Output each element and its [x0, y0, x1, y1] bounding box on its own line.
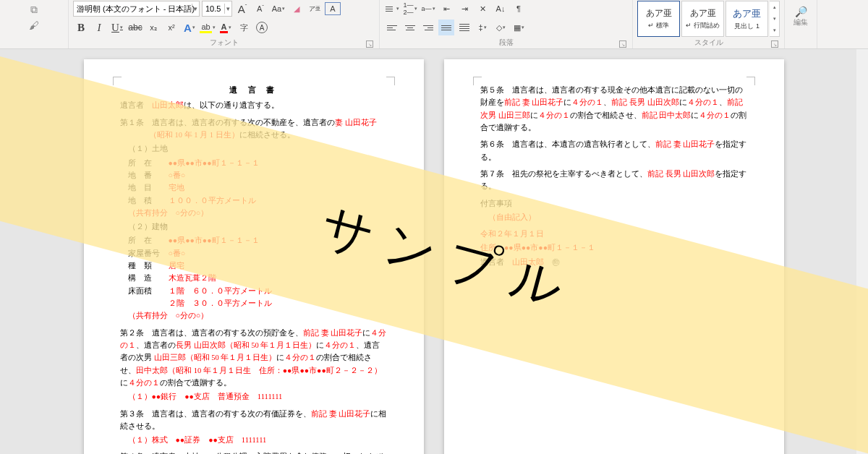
format-painter-icon[interactable]: 🖌 — [27, 19, 41, 32]
change-case-button[interactable]: Aa▾ — [271, 1, 286, 17]
subscript-button[interactable]: x₂ — [145, 20, 161, 35]
bold-button[interactable]: B — [73, 20, 89, 35]
chevron-down-icon: ▾ — [224, 4, 230, 14]
show-marks-button[interactable]: ¶ — [511, 1, 527, 17]
page-1[interactable]: 遺 言 書 遺言者 山田太郎は、以下の通り遺言する。 第１条 遺言者は、遺言者の… — [84, 59, 424, 454]
shading-button[interactable]: ◇▾ — [493, 20, 509, 35]
font-name-combo[interactable]: 游明朝 (本文のフォント - 日本語) ▾ — [73, 1, 200, 17]
margin-mark-icon — [113, 77, 122, 85]
shrink-font-button[interactable]: Aˇ — [252, 1, 268, 17]
margin-mark-icon — [473, 77, 482, 85]
editing-group-label: 編集 — [789, 17, 812, 28]
character-shading-button[interactable]: 字 — [236, 20, 252, 35]
page-2[interactable]: 第５条 遺言者は、遺言者の有する現金その他本遺言に記載のない一切の財産を前記 妻… — [444, 59, 784, 454]
text-direction-button[interactable]: ✕ — [475, 1, 490, 17]
chevron-down-icon: ▾ — [192, 4, 197, 14]
borders-button[interactable]: ▦▾ — [511, 20, 527, 35]
decrease-indent-button[interactable]: ⇤ — [438, 1, 454, 17]
word-window: ⧉ 🖌 游明朝 (本文のフォント - 日本語) ▾ 10.5 ▾ Aˆ Aˇ A… — [0, 0, 868, 454]
distribute-button[interactable] — [456, 20, 472, 35]
styles-dialog-launcher[interactable]: ↘ — [771, 40, 778, 48]
highlight-color-button[interactable]: ab▾ — [200, 20, 216, 35]
font-size-value: 10.5 — [205, 4, 221, 13]
paragraph-dialog-launcher[interactable]: ↘ — [619, 40, 626, 48]
find-icon[interactable]: 🔎 — [789, 6, 812, 17]
underline-button[interactable]: U▾ — [109, 20, 125, 35]
font-group: 游明朝 (本文のフォント - 日本語) ▾ 10.5 ▾ Aˆ Aˇ Aa▾ ◢… — [69, 0, 380, 48]
bullets-button[interactable]: ▾ — [384, 1, 400, 17]
increase-indent-button[interactable]: ⇥ — [456, 1, 472, 17]
copy-icon[interactable]: ⧉ — [27, 3, 41, 16]
strikethrough-button[interactable]: abc — [127, 20, 143, 35]
multilevel-list-button[interactable]: a—▾ — [420, 1, 436, 17]
grow-font-button[interactable]: Aˆ — [234, 1, 250, 17]
clear-formatting-button[interactable]: ◢ — [289, 1, 305, 17]
style-no-spacing[interactable]: あア亜↵ 行間詰め — [681, 1, 724, 37]
styles-group-label: スタイル — [694, 38, 723, 46]
align-center-button[interactable] — [402, 20, 418, 35]
font-color-button[interactable]: A▾ — [218, 20, 234, 35]
style-heading1[interactable]: あア亜見出し 1 — [726, 1, 768, 37]
document-workspace[interactable]: 遺 言 書 遺言者 山田太郎は、以下の通り遺言する。 第１条 遺言者は、遺言者の… — [0, 49, 868, 454]
superscript-button[interactable]: x² — [163, 20, 179, 35]
margin-mark-icon — [746, 77, 755, 85]
doc-title: 遺 言 書 — [120, 84, 388, 96]
clipboard-group: ⧉ 🖌 — [0, 0, 69, 48]
text-effects-button[interactable]: A▾ — [182, 20, 197, 35]
paragraph-group: ▾ 1—2—▾ a—▾ ⇤ ⇥ ✕ A↓ ¶ ‡▾ ◇▾ — [380, 0, 633, 48]
justify-button[interactable] — [438, 20, 454, 35]
line-spacing-button[interactable]: ‡▾ — [475, 20, 490, 35]
align-left-button[interactable] — [384, 20, 400, 35]
vertical-scrollbar[interactable] — [856, 49, 868, 454]
style-normal[interactable]: あア亜↵ 標準 — [637, 1, 680, 37]
margin-mark-icon — [386, 77, 395, 85]
font-name-value: 游明朝 (本文のフォント - 日本語) — [77, 4, 195, 14]
paragraph-group-label: 段落 — [499, 38, 514, 46]
font-dialog-launcher[interactable]: ↘ — [366, 40, 373, 48]
numbering-button[interactable]: 1—2—▾ — [402, 1, 418, 17]
align-right-button[interactable] — [420, 20, 436, 35]
ribbon: ⧉ 🖌 游明朝 (本文のフォント - 日本語) ▾ 10.5 ▾ Aˆ Aˇ A… — [0, 0, 868, 49]
styles-gallery-more[interactable]: ▴▾▾ — [770, 1, 780, 37]
text-box-button[interactable]: A — [325, 2, 341, 15]
phonetic-guide-button[interactable]: ア亜 — [307, 1, 323, 17]
font-size-combo[interactable]: 10.5 ▾ — [202, 1, 232, 17]
sort-button[interactable]: A↓ — [493, 1, 509, 17]
styles-group: あア亜↵ 標準 あア亜↵ 行間詰め あア亜見出し 1 ▴▾▾ スタイル↘ — [633, 0, 785, 48]
editing-group: 🔎 編集 — [785, 0, 817, 48]
font-group-label: フォント — [210, 38, 239, 46]
enclose-characters-button[interactable]: A — [254, 20, 270, 35]
italic-button[interactable]: I — [91, 20, 107, 35]
